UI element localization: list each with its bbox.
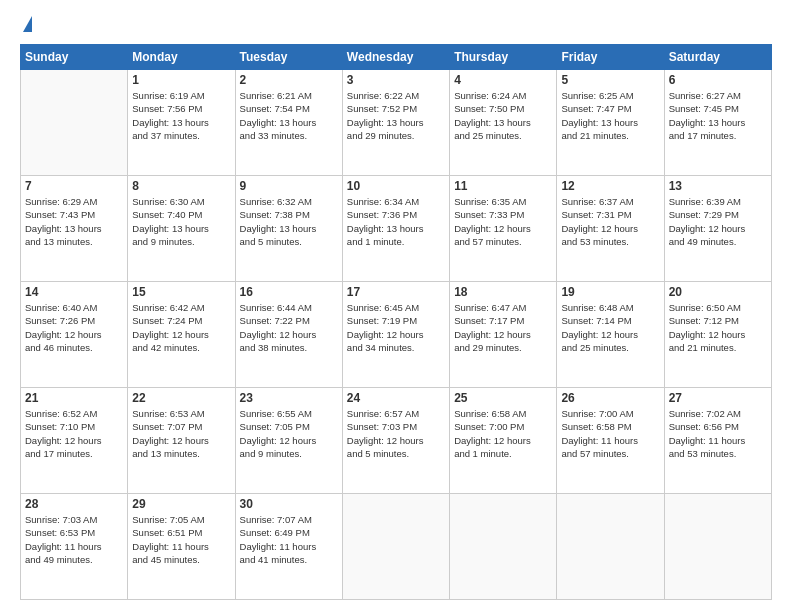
cell-info: Sunrise: 6:24 AM Sunset: 7:50 PM Dayligh… [454,89,552,142]
cell-info: Sunrise: 7:03 AM Sunset: 6:53 PM Dayligh… [25,513,123,566]
day-number: 12 [561,179,659,193]
calendar-cell: 12Sunrise: 6:37 AM Sunset: 7:31 PM Dayli… [557,176,664,282]
cell-info: Sunrise: 7:02 AM Sunset: 6:56 PM Dayligh… [669,407,767,460]
calendar-cell: 8Sunrise: 6:30 AM Sunset: 7:40 PM Daylig… [128,176,235,282]
header [20,16,772,34]
cell-info: Sunrise: 6:55 AM Sunset: 7:05 PM Dayligh… [240,407,338,460]
cell-info: Sunrise: 6:32 AM Sunset: 7:38 PM Dayligh… [240,195,338,248]
day-number: 25 [454,391,552,405]
calendar-cell: 11Sunrise: 6:35 AM Sunset: 7:33 PM Dayli… [450,176,557,282]
week-row-1: 7Sunrise: 6:29 AM Sunset: 7:43 PM Daylig… [21,176,772,282]
day-number: 9 [240,179,338,193]
day-number: 26 [561,391,659,405]
calendar-cell: 13Sunrise: 6:39 AM Sunset: 7:29 PM Dayli… [664,176,771,282]
day-number: 20 [669,285,767,299]
calendar-cell [450,494,557,600]
day-number: 27 [669,391,767,405]
logo-triangle-icon [23,16,32,32]
cell-info: Sunrise: 6:53 AM Sunset: 7:07 PM Dayligh… [132,407,230,460]
calendar-cell: 20Sunrise: 6:50 AM Sunset: 7:12 PM Dayli… [664,282,771,388]
day-number: 13 [669,179,767,193]
cell-info: Sunrise: 6:35 AM Sunset: 7:33 PM Dayligh… [454,195,552,248]
calendar-cell [21,70,128,176]
day-number: 23 [240,391,338,405]
calendar-cell: 6Sunrise: 6:27 AM Sunset: 7:45 PM Daylig… [664,70,771,176]
calendar-cell: 1Sunrise: 6:19 AM Sunset: 7:56 PM Daylig… [128,70,235,176]
cell-info: Sunrise: 6:47 AM Sunset: 7:17 PM Dayligh… [454,301,552,354]
day-number: 11 [454,179,552,193]
day-number: 7 [25,179,123,193]
header-thursday: Thursday [450,45,557,70]
calendar-cell: 4Sunrise: 6:24 AM Sunset: 7:50 PM Daylig… [450,70,557,176]
calendar-cell: 24Sunrise: 6:57 AM Sunset: 7:03 PM Dayli… [342,388,449,494]
cell-info: Sunrise: 6:34 AM Sunset: 7:36 PM Dayligh… [347,195,445,248]
logo [20,16,32,34]
calendar-header-row: SundayMondayTuesdayWednesdayThursdayFrid… [21,45,772,70]
calendar-cell: 29Sunrise: 7:05 AM Sunset: 6:51 PM Dayli… [128,494,235,600]
day-number: 3 [347,73,445,87]
calendar-cell: 14Sunrise: 6:40 AM Sunset: 7:26 PM Dayli… [21,282,128,388]
week-row-4: 28Sunrise: 7:03 AM Sunset: 6:53 PM Dayli… [21,494,772,600]
cell-info: Sunrise: 6:57 AM Sunset: 7:03 PM Dayligh… [347,407,445,460]
cell-info: Sunrise: 6:39 AM Sunset: 7:29 PM Dayligh… [669,195,767,248]
cell-info: Sunrise: 6:50 AM Sunset: 7:12 PM Dayligh… [669,301,767,354]
calendar-cell [664,494,771,600]
calendar-cell [342,494,449,600]
calendar-cell: 28Sunrise: 7:03 AM Sunset: 6:53 PM Dayli… [21,494,128,600]
page: SundayMondayTuesdayWednesdayThursdayFrid… [0,0,792,612]
calendar: SundayMondayTuesdayWednesdayThursdayFrid… [20,44,772,600]
calendar-cell: 19Sunrise: 6:48 AM Sunset: 7:14 PM Dayli… [557,282,664,388]
day-number: 16 [240,285,338,299]
cell-info: Sunrise: 6:48 AM Sunset: 7:14 PM Dayligh… [561,301,659,354]
week-row-2: 14Sunrise: 6:40 AM Sunset: 7:26 PM Dayli… [21,282,772,388]
calendar-cell: 22Sunrise: 6:53 AM Sunset: 7:07 PM Dayli… [128,388,235,494]
day-number: 17 [347,285,445,299]
calendar-cell: 16Sunrise: 6:44 AM Sunset: 7:22 PM Dayli… [235,282,342,388]
calendar-cell: 7Sunrise: 6:29 AM Sunset: 7:43 PM Daylig… [21,176,128,282]
calendar-cell: 21Sunrise: 6:52 AM Sunset: 7:10 PM Dayli… [21,388,128,494]
cell-info: Sunrise: 6:30 AM Sunset: 7:40 PM Dayligh… [132,195,230,248]
cell-info: Sunrise: 6:52 AM Sunset: 7:10 PM Dayligh… [25,407,123,460]
header-tuesday: Tuesday [235,45,342,70]
cell-info: Sunrise: 6:58 AM Sunset: 7:00 PM Dayligh… [454,407,552,460]
day-number: 28 [25,497,123,511]
day-number: 8 [132,179,230,193]
header-sunday: Sunday [21,45,128,70]
day-number: 5 [561,73,659,87]
calendar-cell: 17Sunrise: 6:45 AM Sunset: 7:19 PM Dayli… [342,282,449,388]
day-number: 10 [347,179,445,193]
day-number: 15 [132,285,230,299]
calendar-cell: 26Sunrise: 7:00 AM Sunset: 6:58 PM Dayli… [557,388,664,494]
day-number: 18 [454,285,552,299]
cell-info: Sunrise: 6:29 AM Sunset: 7:43 PM Dayligh… [25,195,123,248]
cell-info: Sunrise: 6:44 AM Sunset: 7:22 PM Dayligh… [240,301,338,354]
cell-info: Sunrise: 7:05 AM Sunset: 6:51 PM Dayligh… [132,513,230,566]
day-number: 2 [240,73,338,87]
calendar-cell: 18Sunrise: 6:47 AM Sunset: 7:17 PM Dayli… [450,282,557,388]
calendar-cell: 10Sunrise: 6:34 AM Sunset: 7:36 PM Dayli… [342,176,449,282]
day-number: 30 [240,497,338,511]
calendar-cell [557,494,664,600]
day-number: 21 [25,391,123,405]
calendar-cell: 23Sunrise: 6:55 AM Sunset: 7:05 PM Dayli… [235,388,342,494]
cell-info: Sunrise: 6:22 AM Sunset: 7:52 PM Dayligh… [347,89,445,142]
header-saturday: Saturday [664,45,771,70]
day-number: 14 [25,285,123,299]
day-number: 24 [347,391,445,405]
day-number: 19 [561,285,659,299]
day-number: 1 [132,73,230,87]
calendar-cell: 5Sunrise: 6:25 AM Sunset: 7:47 PM Daylig… [557,70,664,176]
cell-info: Sunrise: 6:40 AM Sunset: 7:26 PM Dayligh… [25,301,123,354]
cell-info: Sunrise: 6:19 AM Sunset: 7:56 PM Dayligh… [132,89,230,142]
day-number: 6 [669,73,767,87]
cell-info: Sunrise: 6:27 AM Sunset: 7:45 PM Dayligh… [669,89,767,142]
week-row-0: 1Sunrise: 6:19 AM Sunset: 7:56 PM Daylig… [21,70,772,176]
cell-info: Sunrise: 6:45 AM Sunset: 7:19 PM Dayligh… [347,301,445,354]
cell-info: Sunrise: 6:25 AM Sunset: 7:47 PM Dayligh… [561,89,659,142]
day-number: 22 [132,391,230,405]
day-number: 4 [454,73,552,87]
header-monday: Monday [128,45,235,70]
calendar-cell: 3Sunrise: 6:22 AM Sunset: 7:52 PM Daylig… [342,70,449,176]
calendar-cell: 27Sunrise: 7:02 AM Sunset: 6:56 PM Dayli… [664,388,771,494]
cell-info: Sunrise: 7:00 AM Sunset: 6:58 PM Dayligh… [561,407,659,460]
